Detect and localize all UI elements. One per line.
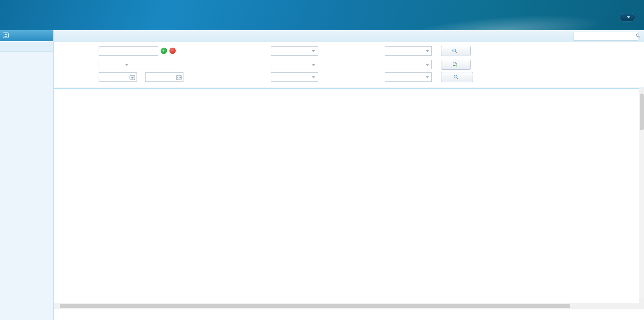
main-content: + −: [54, 30, 644, 320]
comm-status-label: [361, 60, 382, 69]
read-status-label: [361, 46, 382, 56]
export-file-icon: [452, 62, 458, 68]
sidebar: [0, 30, 54, 320]
comm-status-select[interactable]: [385, 60, 432, 69]
scroll-down-icon[interactable]: [639, 298, 644, 303]
smart-management-platform: + −: [0, 0, 644, 320]
quick-search-input[interactable]: [577, 34, 636, 39]
user-icon: [3, 33, 9, 39]
meter-status-select[interactable]: [271, 72, 318, 82]
dropdown-arrow-icon: [312, 76, 315, 78]
pagination-bar: [54, 309, 644, 320]
date-to-field[interactable]: [145, 72, 183, 82]
area-name-label: [66, 46, 97, 56]
dropdown-arrow-icon: [426, 76, 429, 78]
horizontal-scrollbar[interactable]: [54, 303, 644, 309]
dropdown-arrow-icon: [426, 50, 429, 52]
fuzzy-input-field: [131, 60, 180, 69]
dropdown-arrow-icon: [426, 64, 429, 66]
dropdown-arrow-icon: [125, 64, 128, 66]
unread-button[interactable]: [441, 72, 473, 82]
read-status-select[interactable]: [385, 46, 432, 56]
query-button[interactable]: [441, 46, 471, 56]
calendar-icon[interactable]: [129, 74, 135, 83]
fuzzy-query-input[interactable]: [131, 60, 180, 69]
app-header: [0, 0, 644, 30]
sidebar-section-realtime-reading[interactable]: [0, 41, 53, 52]
meter-status-label: [250, 72, 270, 82]
valve-status-select[interactable]: [385, 72, 432, 82]
chevron-down-icon: [627, 16, 630, 18]
tab-bar: [54, 30, 644, 42]
vertical-scroll-thumb[interactable]: [640, 93, 644, 130]
horizontal-scroll-thumb[interactable]: [60, 304, 570, 308]
fuzzy-field-select[interactable]: [99, 60, 131, 69]
date-to-label: [138, 72, 144, 82]
search-icon: [453, 74, 459, 80]
valve-status-label: [361, 72, 382, 82]
search-icon[interactable]: [636, 33, 641, 40]
fuzzy-query-label: [70, 60, 97, 69]
area-name-field: [99, 46, 158, 56]
scroll-left-icon[interactable]: [54, 303, 59, 309]
meter-data-table: [54, 88, 639, 303]
remove-area-button[interactable]: −: [169, 48, 176, 54]
export-button[interactable]: [441, 60, 471, 70]
quick-search-box: [574, 32, 638, 41]
vertical-scrollbar[interactable]: [639, 88, 644, 303]
filter-panel: + −: [54, 42, 644, 88]
date-from-field[interactable]: [99, 72, 137, 82]
main-menu-button[interactable]: [620, 13, 635, 21]
dropdown-arrow-icon: [312, 64, 315, 66]
data-type-select[interactable]: [271, 46, 318, 56]
read-date-label: [70, 72, 97, 82]
calendar-icon[interactable]: [176, 74, 182, 83]
add-area-button[interactable]: +: [161, 48, 167, 54]
search-icon: [452, 48, 458, 54]
dropdown-arrow-icon: [312, 50, 315, 52]
area-name-input[interactable]: [99, 47, 158, 55]
meter-type-label: [250, 60, 270, 69]
meter-type-select[interactable]: [271, 60, 318, 69]
user-greeting-bar: [0, 30, 53, 41]
scroll-up-icon[interactable]: [639, 88, 644, 93]
scroll-right-icon[interactable]: [633, 303, 639, 309]
data-type-label: [250, 46, 270, 56]
